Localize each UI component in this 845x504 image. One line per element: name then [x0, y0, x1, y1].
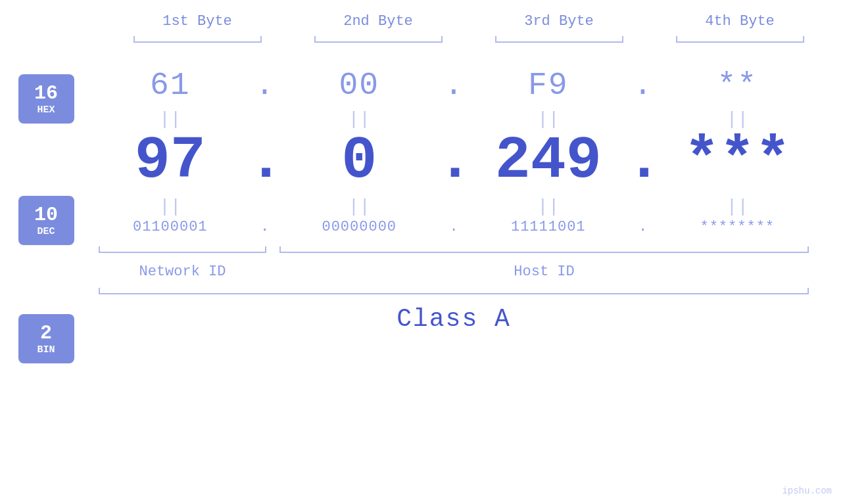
left-labels: 16 HEX 10 DEC 2 BIN [0, 68, 92, 363]
dec-b2-value: 0 [341, 127, 377, 195]
id-labels-row: Network ID Host ID [92, 263, 815, 280]
network-id-label: Network ID [92, 263, 273, 280]
hex-b1-cell: 61 [92, 68, 249, 103]
bin-badge: 2 BIN [18, 314, 74, 363]
dec-row: 97 . 0 . 249 . *** [92, 131, 815, 194]
hex-b3-value: F9 [528, 68, 569, 103]
main-grid: 61 . 00 . F9 . ** [92, 68, 845, 333]
bin-number: 2 [40, 323, 52, 344]
class-section: Class A [92, 286, 815, 333]
dec-b1-value: 97 [135, 127, 206, 195]
byte-labels-row: 1st Byte 2nd Byte 3rd Byte 4th Byte [107, 13, 831, 35]
hex-number: 16 [34, 83, 58, 104]
bottom-bracket-row [92, 245, 815, 258]
hex-name: HEX [37, 104, 55, 116]
hex-b4-value: ** [717, 68, 758, 103]
top-bracket-1 [107, 35, 288, 48]
bin-b3-value: 11111001 [511, 219, 586, 235]
dec-number: 10 [34, 204, 58, 226]
bin-b2-cell: 00000000 [281, 219, 438, 235]
eq2-b2: || [281, 196, 438, 217]
hex-b3-cell: F9 [470, 68, 627, 103]
dec-b3-cell: 249 [470, 131, 627, 191]
bin-dot3: . [627, 219, 660, 235]
dec-dot1: . [249, 131, 281, 191]
top-bracket-4 [650, 35, 831, 48]
host-bracket [273, 245, 815, 258]
hex-dot1: . [249, 68, 281, 103]
top-bracket-2 [288, 35, 469, 48]
byte2-label: 2nd Byte [288, 13, 469, 35]
watermark: ipshu.com [782, 486, 832, 496]
eq2-b1: || [92, 196, 249, 217]
bin-b1-value: 01100001 [133, 219, 208, 235]
hex-b2-cell: 00 [281, 68, 438, 103]
hex-row: 61 . 00 . F9 . ** [92, 68, 815, 106]
hex-b1-value: 61 [150, 68, 191, 103]
bin-dot1: . [249, 219, 281, 235]
bin-b3-cell: 11111001 [470, 219, 627, 235]
top-bracket-row [107, 35, 831, 48]
bin-row: 01100001 . 00000000 . 11111001 . [92, 219, 815, 235]
dec-dot2: . [437, 131, 470, 191]
main-container: 1st Byte 2nd Byte 3rd Byte 4th Byte 16 H… [0, 0, 845, 504]
byte4-label: 4th Byte [650, 13, 831, 35]
dec-name: DEC [37, 226, 55, 237]
top-bracket-3 [469, 35, 650, 48]
eq2-b3: || [470, 196, 627, 217]
class-label: Class A [92, 305, 815, 333]
bin-b1-cell: 01100001 [92, 219, 249, 235]
bottom-section: Network ID Host ID Class A [92, 245, 815, 333]
bin-b2-value: 00000000 [322, 219, 397, 235]
eq1-b1: || [92, 109, 249, 129]
hex-b2-value: 00 [339, 68, 379, 103]
bin-dot2: . [437, 219, 470, 235]
hex-b4-cell: ** [660, 68, 816, 103]
net-bracket [92, 245, 273, 258]
dec-badge: 10 DEC [18, 196, 74, 245]
dec-dot3: . [627, 131, 660, 191]
dec-b1-cell: 97 [92, 131, 249, 191]
hex-dot3: . [627, 68, 660, 103]
equals-row-2: || || || || [92, 194, 815, 219]
host-id-label: Host ID [273, 263, 815, 280]
byte1-label: 1st Byte [107, 13, 288, 35]
class-full-bracket [92, 286, 815, 300]
dec-b2-cell: 0 [281, 131, 438, 191]
dec-b3-value: 249 [495, 127, 602, 195]
byte3-label: 3rd Byte [469, 13, 650, 35]
bin-name: BIN [37, 344, 55, 355]
content-area: 16 HEX 10 DEC 2 BIN 61 . [0, 48, 845, 504]
eq1-b3: || [470, 109, 627, 129]
bin-b4-cell: ******** [660, 219, 816, 235]
bin-b4-value: ******** [700, 219, 775, 235]
hex-dot2: . [437, 68, 470, 103]
eq2-b4: || [660, 196, 816, 217]
eq1-b2: || [281, 109, 438, 129]
dec-b4-cell: *** [660, 131, 816, 191]
eq1-b4: || [660, 109, 816, 129]
hex-badge: 16 HEX [18, 74, 74, 124]
dec-b4-value: *** [684, 127, 790, 195]
